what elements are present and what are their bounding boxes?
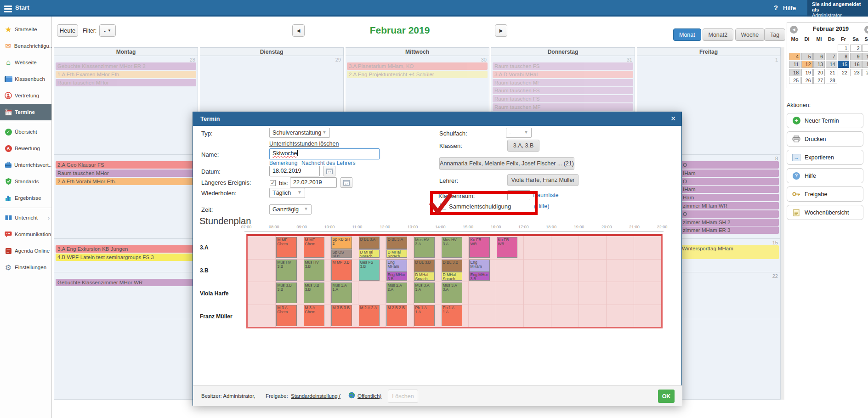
lesson-cell[interactable]: Sp OSSH1 [331,249,352,258]
calendar-event[interactable]: Raum tauschen FS [493,95,633,102]
lesson-cell[interactable]: Ku FRWR [469,237,490,258]
lesson-cell[interactable]: Mus 1.A1.A [331,282,352,304]
calendar-event[interactable]: 3.A Eng Exkursion KB Jungen [56,245,196,253]
lehrer-button[interactable]: Viola Harfe, Franz Müller [507,174,579,186]
lesson-cell[interactable]: M 3.B 3.B [331,305,352,326]
minical-day[interactable]: 7 [826,53,837,60]
nachricht-link[interactable]: Nachricht des Lehrers [301,160,355,166]
calendar-event[interactable]: Raum tauschen MF [493,79,633,86]
lesson-cell[interactable]: M MFChem [304,237,324,258]
loeschen-button[interactable]: Löschen [388,390,418,403]
lesson-cell[interactable]: Mus HV3.A [414,237,435,258]
lesson-cell[interactable]: Mus HV3.B [304,260,324,281]
schulfach-select[interactable]: ▼- [506,128,532,138]
bis-input[interactable]: 22.02.2019 [290,177,337,188]
action-button-wochen-bersicht[interactable]: Wochenübersicht [787,205,863,220]
hamburger-menu-icon[interactable] [4,4,12,14]
view-button-monat[interactable]: Monat [673,28,701,41]
lesson-cell[interactable]: D BL 3.B [442,260,462,272]
lesson-cell[interactable]: M MF 3.B [331,260,352,281]
calendar-event[interactable]: 3.A Planetarium MHam, KO [347,62,488,70]
laengeres-ereignis-checkbox[interactable]: ✓ [270,180,276,186]
calendar-event[interactable]: Gebuchte Klassenzimmer MHor WR [56,279,196,286]
minical-day[interactable]: 16 [850,61,862,68]
minical-day[interactable]: 23 [850,69,862,76]
calendar-cell[interactable]: 2.A Geo Klausur FSRaum tauschen MHor2.A … [54,155,198,239]
minical-day[interactable]: 25 [789,77,800,84]
sidebar-item-bersicht[interactable]: ✓Übersicht [0,124,51,140]
sidebar-item-vertretung[interactable]: Vertretung [0,87,51,104]
sidebar-item-ergebnisse[interactable]: Ergebnisse [0,190,51,206]
calendar-event[interactable]: 4.B WPF-Latein test seminargroups FS 3 [56,254,196,261]
lesson-cell[interactable]: Mus 2.A2.A [386,282,407,304]
minical-day[interactable]: 4 [789,53,800,60]
minical-day[interactable]: 18 [789,69,800,76]
heute-button[interactable]: Heute [57,24,78,37]
calendar-event[interactable]: 2.A Geo Klausur FS [56,161,196,169]
oeffentlich-link[interactable]: Öffentlich) [357,393,381,399]
minical-next-icon[interactable]: ▶ [864,26,868,34]
minical-day[interactable]: 24 [862,69,868,76]
close-icon[interactable]: ✕ [670,115,676,122]
datum-calendar-icon[interactable]: 17 [323,166,335,176]
wiederholen-select[interactable]: ▼Täglich [269,188,305,198]
lesson-cell[interactable]: D MHalSprach [386,249,407,258]
calendar-event[interactable]: Raum tauschen FS [493,62,633,70]
calendar-cell[interactable]: 28Gebuchte Klassenzimmer MHor ER 21.A Et… [54,56,198,155]
lesson-cell[interactable]: D MHalSprach [414,272,435,281]
lesson-cell[interactable]: Mus 3.A3.A [414,282,435,304]
calendar-event[interactable]: Raum tauschen MF [493,103,633,111]
bemerkung-link[interactable]: Bemerkung [269,160,297,166]
typ-select[interactable]: ▼Schulveranstaltung [269,128,330,138]
lesson-cell[interactable]: D MHalSprach [442,272,462,281]
lesson-cell[interactable]: Ph 1.A1.A [414,305,435,326]
sidebar-item-standards[interactable]: Standards [0,173,51,190]
lesson-cell[interactable]: Mus HV3.A [442,237,462,258]
sidebar-item-kommunikation[interactable]: Kommunikation› [0,226,51,243]
lesson-cell[interactable]: Mus 3.B3.B [276,282,297,304]
schueler-button[interactable]: Annamaria Felix, Melanie Felix, Josef Fi… [439,157,574,170]
lesson-cell[interactable]: Mus 3.A3.A [442,282,462,304]
minical-day[interactable]: 19 [801,69,813,76]
action-button-hilfe[interactable]: ?Hilfe [787,168,863,183]
minical-day[interactable]: 21 [826,69,837,76]
lesson-cell[interactable]: D BL 3.B [414,260,435,272]
minical-day[interactable]: 10 [862,53,868,60]
calendar-cell[interactable]: Gebuchte Klassenzimmer MHor WR [54,272,198,319]
lesson-cell[interactable]: Sp KB SH2 [331,237,352,249]
ok-button[interactable]: OK [658,390,675,403]
minical-day[interactable]: 15 [838,61,849,68]
sidebar-item-klassenbuch[interactable]: Klassenbuch [0,71,51,87]
lesson-cell[interactable]: D BL 3.A [386,237,407,249]
freigabe-link[interactable]: Standardeinstellung ( [291,393,341,399]
sidebar-item-agenda-online[interactable]: Agenda Online [0,243,51,259]
help-link[interactable]: Hilfe [783,5,796,11]
lesson-cell[interactable]: Mus HV3.B [276,260,297,281]
sidebar-item-unterrichtsvert[interactable]: Unterrichtsvert... [0,157,51,173]
zeit-select[interactable]: ▼Ganztägig [269,204,312,215]
minical-day[interactable]: 22 [838,69,849,76]
minical-day[interactable]: 17 [862,61,868,68]
minical-day[interactable]: 13 [813,61,825,68]
sidebar-item-unterricht[interactable]: Unterricht› [0,209,51,226]
calendar-event[interactable]: Raum tauschen MHor [56,79,196,86]
action-button-drucken[interactable]: Drucken [787,131,863,147]
minical-day[interactable]: 11 [789,61,800,68]
lesson-cell[interactable]: D BL 3.A [359,237,380,249]
calendar-event[interactable]: Gebuchte Klassenzimmer MHor ER 2 [56,62,196,70]
view-button-monat2[interactable]: Monat2 [703,28,734,41]
view-button-tag[interactable]: Tag [764,28,785,41]
minical-prev-icon[interactable]: ◀ [790,26,798,34]
logged-in-box[interactable]: Sie sind angemeldet als Administrator [807,0,868,17]
view-button-woche[interactable]: Woche [735,28,765,41]
lesson-cell[interactable]: Eng MHor3.B [469,272,490,281]
calendar-cell[interactable] [54,319,198,400]
calendar-event[interactable]: Raum tauschen FS [493,87,633,94]
lesson-cell[interactable]: D MHalSprach [359,249,380,258]
stundenplan-grid[interactable]: M MFChemM MFChemSp KB SH2Sp OSSH1D BL 3.… [246,234,663,328]
minical-day[interactable]: 3 [862,45,868,52]
next-month-button[interactable]: ▶ [495,24,507,37]
minical-day[interactable]: 5 [801,53,813,60]
minical-day[interactable]: 8 [838,53,849,60]
delete-lessons-link[interactable]: Unterrichtsstunden löschen [269,141,339,147]
